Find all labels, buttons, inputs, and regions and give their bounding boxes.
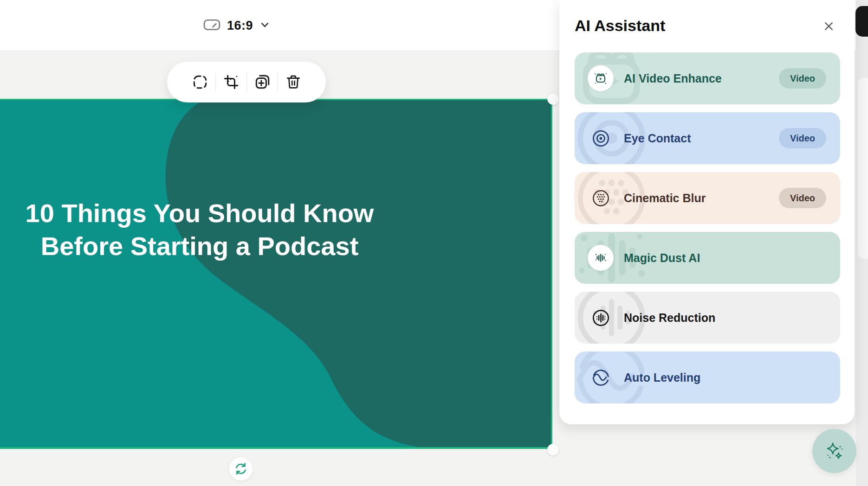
slide-title-line1: 10 Things You Should Know	[14, 197, 385, 230]
crop-button[interactable]	[216, 68, 246, 96]
magic-dust-icon	[588, 245, 614, 271]
auto-leveling-icon	[588, 364, 614, 390]
ai-card-label: AI Video Enhance	[624, 72, 722, 85]
ai-panel-title: AI Assistant	[575, 17, 665, 34]
resize-handle-bottom-right[interactable]	[547, 444, 559, 455]
cinematic-blur-icon	[588, 185, 614, 211]
ai-video-enhance-icon	[588, 65, 614, 91]
right-edge-strip	[856, 0, 868, 486]
background-blob-shape	[0, 100, 551, 447]
delete-button[interactable]	[278, 68, 309, 96]
ai-card-cinematic-blur[interactable]: Cinematic BlurVideo	[575, 172, 840, 224]
ai-card-ai-video-enhance[interactable]: AI Video EnhanceVideo	[575, 52, 840, 104]
refresh-button[interactable]	[229, 457, 253, 480]
ai-card-label: Magic Dust AI	[624, 251, 700, 265]
collapsed-side-element	[858, 78, 868, 259]
sparkles-icon	[824, 441, 845, 462]
ai-panel-header: AI Assistant	[575, 17, 838, 37]
ai-card-label: Noise Reduction	[624, 311, 715, 325]
ai-card-auto-leveling[interactable]: Auto Leveling	[575, 352, 840, 403]
slide-title-text[interactable]: 10 Things You Should Know Before Startin…	[14, 197, 385, 262]
collapsed-dark-toolbar[interactable]	[855, 6, 868, 37]
close-icon	[822, 19, 836, 34]
ai-assistant-panel: AI Assistant AI Video EnhanceVideoEye Co…	[559, 0, 855, 424]
media-type-badge: Video	[779, 128, 826, 148]
ai-card-label: Auto Leveling	[624, 371, 700, 384]
duplicate-button[interactable]	[247, 68, 278, 96]
ai-card-magic-dust-ai[interactable]: Magic Dust AI	[575, 232, 840, 284]
selection-toolbar	[167, 62, 326, 102]
trash-icon	[285, 74, 302, 90]
resize-handle-top-right[interactable]	[547, 93, 559, 105]
refresh-icon	[233, 461, 248, 476]
media-type-badge: Video	[779, 68, 826, 89]
media-type-badge: Video	[779, 188, 826, 208]
ai-card-noise-reduction[interactable]: Noise Reduction	[575, 292, 840, 344]
video-canvas[interactable]: 10 Things You Should Know Before Startin…	[0, 99, 552, 449]
noise-reduction-icon	[588, 305, 614, 331]
frame-button[interactable]	[185, 68, 215, 96]
aspect-ratio-label: 16:9	[227, 19, 253, 33]
aspect-ratio-selector[interactable]: 16:9	[203, 13, 270, 38]
crop-icon	[223, 74, 240, 90]
slide-title-line2: Before Starting a Podcast	[14, 230, 385, 262]
ai-card-label: Eye Contact	[624, 132, 691, 145]
ai-card-label: Cinematic Blur	[624, 192, 706, 205]
ai-feature-card-list: AI Video EnhanceVideoEye ContactVideoCin…	[575, 52, 840, 403]
frame-icon	[192, 74, 208, 90]
chevron-down-icon	[259, 19, 270, 32]
duplicate-icon	[254, 74, 271, 90]
ai-card-eye-contact[interactable]: Eye ContactVideo	[575, 112, 840, 164]
eye-contact-icon	[588, 125, 614, 151]
ai-assistant-fab[interactable]	[812, 429, 856, 473]
aspect-ratio-icon	[203, 19, 220, 33]
close-button[interactable]	[820, 19, 837, 35]
